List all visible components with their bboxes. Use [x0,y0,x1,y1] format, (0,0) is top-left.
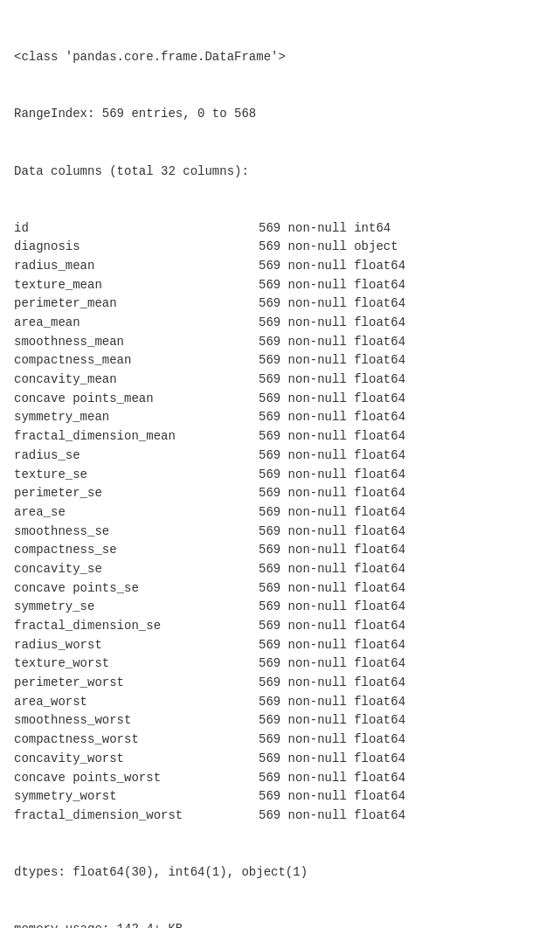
column-row: symmetry_se569 non-null float64 [14,598,546,617]
column-info: 569 non-null float64 [259,579,405,599]
column-name: radius_se [14,447,259,466]
column-row: perimeter_worst569 non-null float64 [14,674,546,693]
column-row: concave points_se569 non-null float64 [14,579,546,599]
column-name: radius_mean [14,257,259,276]
column-info: 569 non-null int64 [259,219,391,239]
column-info: 569 non-null float64 [259,314,405,333]
column-info: 569 non-null float64 [259,598,405,617]
column-info: 569 non-null float64 [259,427,405,447]
column-name: texture_mean [14,276,259,295]
column-row: smoothness_worst569 non-null float64 [14,711,546,731]
column-info: 569 non-null float64 [259,617,405,636]
column-name: area_se [14,503,259,523]
column-row: area_worst569 non-null float64 [14,693,546,712]
dtypes-line: dtypes: float64(30), int64(1), object(1) [14,863,546,883]
column-row: perimeter_se569 non-null float64 [14,484,546,503]
column-row: perimeter_mean569 non-null float64 [14,294,546,314]
dataframe-output: <class 'pandas.core.frame.DataFrame'> Ra… [14,10,546,928]
column-name: concavity_se [14,560,259,579]
column-info: 569 non-null float64 [259,636,405,655]
column-name: smoothness_worst [14,711,259,731]
column-row: concave points_worst569 non-null float64 [14,769,546,788]
column-info: 569 non-null float64 [259,560,405,579]
column-info: 569 non-null float64 [259,447,405,466]
column-row: texture_worst569 non-null float64 [14,654,546,674]
column-info: 569 non-null float64 [259,484,405,503]
column-name: concave points_worst [14,769,259,788]
column-info: 569 non-null float64 [259,807,405,826]
column-row: compactness_worst569 non-null float64 [14,731,546,750]
column-info: 569 non-null object [259,238,398,257]
column-row: concave points_mean569 non-null float64 [14,390,546,409]
column-row: compactness_se569 non-null float64 [14,541,546,560]
column-info: 569 non-null float64 [259,390,405,409]
column-name: symmetry_worst [14,787,259,807]
column-row: smoothness_mean569 non-null float64 [14,333,546,352]
column-name: smoothness_se [14,523,259,542]
column-info: 569 non-null float64 [259,371,405,390]
column-row: fractal_dimension_worst569 non-null floa… [14,807,546,826]
column-info: 569 non-null float64 [259,333,405,352]
column-row: symmetry_mean569 non-null float64 [14,408,546,427]
column-name: concavity_worst [14,750,259,769]
column-info: 569 non-null float64 [259,294,405,314]
column-info: 569 non-null float64 [259,731,405,750]
column-name: compactness_mean [14,351,259,371]
memory-line: memory usage: 142.4+ KB [14,920,546,928]
column-info: 569 non-null float64 [259,711,405,731]
column-info: 569 non-null float64 [259,351,405,371]
column-row: fractal_dimension_mean569 non-null float… [14,427,546,447]
column-name: perimeter_worst [14,674,259,693]
column-info: 569 non-null float64 [259,466,405,485]
column-row: texture_mean569 non-null float64 [14,276,546,295]
column-info: 569 non-null float64 [259,750,405,769]
column-name: compactness_worst [14,731,259,750]
class-line: <class 'pandas.core.frame.DataFrame'> [14,48,546,67]
column-row: diagnosis569 non-null object [14,238,546,257]
column-name: concave points_mean [14,390,259,409]
column-name: compactness_se [14,541,259,560]
column-info: 569 non-null float64 [259,693,405,712]
column-name: smoothness_mean [14,333,259,352]
column-name: symmetry_se [14,598,259,617]
column-row: texture_se569 non-null float64 [14,466,546,485]
column-name: fractal_dimension_mean [14,427,259,447]
column-name: fractal_dimension_se [14,617,259,636]
column-row: concavity_se569 non-null float64 [14,560,546,579]
column-name: diagnosis [14,238,259,257]
column-info: 569 non-null float64 [259,276,405,295]
column-info: 569 non-null float64 [259,674,405,693]
column-name: texture_worst [14,654,259,674]
column-row: symmetry_worst569 non-null float64 [14,787,546,807]
data-columns-line: Data columns (total 32 columns): [14,163,546,182]
column-name: perimeter_mean [14,294,259,314]
column-row: fractal_dimension_se569 non-null float64 [14,617,546,636]
column-row: concavity_worst569 non-null float64 [14,750,546,769]
column-info: 569 non-null float64 [259,787,405,807]
column-row: area_mean569 non-null float64 [14,314,546,333]
column-name: symmetry_mean [14,408,259,427]
column-name: perimeter_se [14,484,259,503]
columns-list: id569 non-null int64diagnosis569 non-nul… [14,219,546,826]
column-info: 569 non-null float64 [259,408,405,427]
column-name: fractal_dimension_worst [14,807,259,826]
column-row: radius_mean569 non-null float64 [14,257,546,276]
column-info: 569 non-null float64 [259,503,405,523]
column-row: concavity_mean569 non-null float64 [14,371,546,390]
column-row: radius_worst569 non-null float64 [14,636,546,655]
column-row: area_se569 non-null float64 [14,503,546,523]
column-name: concavity_mean [14,371,259,390]
column-name: area_mean [14,314,259,333]
column-info: 569 non-null float64 [259,523,405,542]
column-info: 569 non-null float64 [259,541,405,560]
column-name: radius_worst [14,636,259,655]
column-row: compactness_mean569 non-null float64 [14,351,546,371]
column-info: 569 non-null float64 [259,769,405,788]
column-row: smoothness_se569 non-null float64 [14,523,546,542]
column-row: id569 non-null int64 [14,219,546,239]
column-name: texture_se [14,466,259,485]
column-row: radius_se569 non-null float64 [14,447,546,466]
column-name: id [14,219,259,239]
column-name: concave points_se [14,579,259,599]
column-info: 569 non-null float64 [259,257,405,276]
